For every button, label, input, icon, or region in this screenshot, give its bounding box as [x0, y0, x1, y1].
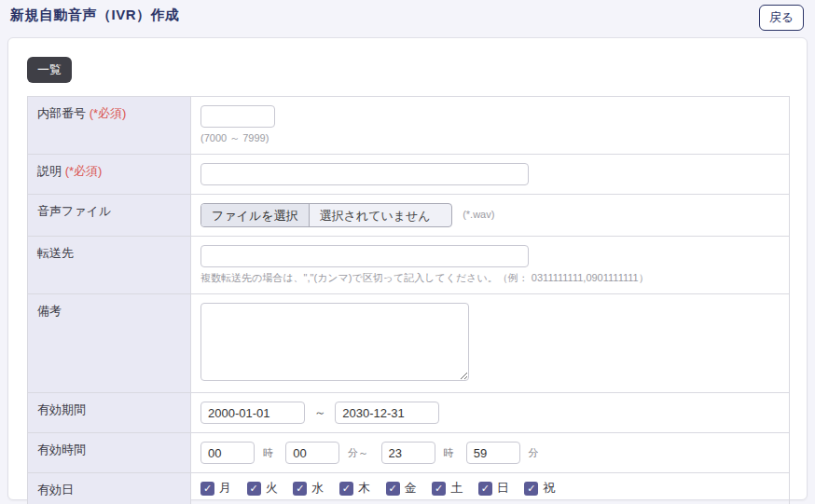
field-label-period: 有効期間 [28, 393, 191, 433]
checkbox-checked-icon: ✓ [386, 482, 400, 496]
time-to-hour-input[interactable] [381, 442, 435, 464]
day-checkbox-thu[interactable]: ✓ 木 [339, 480, 370, 497]
day-label: 土 [450, 480, 463, 497]
extension-hint: (7000 ～ 7999) [200, 131, 780, 145]
form-row-extension: 内部番号 (*必須) (7000 ～ 7999) [28, 97, 790, 155]
day-label: 月 [219, 480, 231, 497]
day-label: 木 [358, 480, 370, 497]
period-from-input[interactable] [200, 402, 305, 424]
period-to-input[interactable] [335, 402, 439, 424]
day-checkbox-fri[interactable]: ✓ 金 [386, 480, 417, 497]
field-value-days: ✓ 月 ✓ 火 ✓ 水 ✓ 木 ✓ 金 [191, 473, 790, 504]
field-value-period: ～ [191, 393, 790, 433]
required-mark: (*必須) [65, 164, 103, 178]
back-button[interactable]: 戻る [759, 5, 804, 31]
field-label-text: 有効期間 [37, 402, 86, 416]
field-label-text: 音声ファイル [37, 204, 111, 218]
field-label-extension: 内部番号 (*必須) [28, 97, 191, 155]
field-label-description: 説明 (*必須) [28, 155, 191, 195]
form-row-forward-to: 転送先 複数転送先の場合は、","(カンマ)で区切って記入してください。（例： … [28, 237, 790, 294]
required-mark: (*必須) [90, 106, 127, 120]
field-label-text: 有効時間 [37, 443, 86, 456]
audio-file-hint: (*.wav) [463, 209, 494, 220]
field-value-note [191, 294, 790, 393]
field-value-audio-file: ファイルを選択 選択されていません (*.wav) [191, 195, 790, 237]
form-row-note: 備考 [28, 294, 790, 393]
form-row-audio-file: 音声ファイル ファイルを選択 選択されていません (*.wav) [28, 195, 790, 237]
form-row-period: 有効期間 ～ [28, 393, 790, 433]
day-label: 金 [405, 480, 417, 497]
checkbox-checked-icon: ✓ [339, 482, 353, 496]
hour-unit-label: 時 [263, 447, 273, 458]
day-checkbox-tue[interactable]: ✓ 火 [247, 480, 278, 497]
ivr-form-table: 内部番号 (*必須) (7000 ～ 7999) 説明 (*必須) 音声ファイル [27, 96, 790, 504]
day-label: 祝 [543, 480, 555, 497]
field-value-extension: (7000 ～ 7999) [191, 97, 790, 155]
day-checkbox-wed[interactable]: ✓ 水 [293, 480, 324, 497]
day-label: 日 [497, 480, 509, 497]
field-label-text: 備考 [37, 304, 62, 318]
day-label: 火 [266, 480, 278, 497]
field-label-text: 説明 [37, 164, 62, 178]
day-checkbox-holiday[interactable]: ✓ 祝 [524, 480, 555, 497]
note-textarea[interactable] [200, 303, 469, 381]
field-label-note: 備考 [28, 294, 191, 393]
field-label-text: 内部番号 [37, 106, 86, 120]
forward-to-hint: 複数転送先の場合は、","(カンマ)で区切って記入してください。（例： 0311… [200, 271, 780, 285]
time-to-min-input[interactable] [466, 442, 520, 464]
field-label-text: 有効日 [37, 483, 74, 497]
file-status-text: 選択されていません [310, 204, 451, 226]
minute-unit-label: 分 [528, 447, 538, 458]
form-row-time: 有効時間 時 分～ 時 分 [28, 433, 790, 473]
time-from-min-input[interactable] [285, 442, 339, 464]
field-label-audio-file: 音声ファイル [28, 195, 191, 237]
extension-input[interactable] [200, 105, 275, 128]
file-input[interactable]: ファイルを選択 選択されていません [200, 203, 452, 227]
checkbox-checked-icon: ✓ [200, 482, 214, 496]
day-checkbox-sat[interactable]: ✓ 土 [432, 480, 463, 497]
day-checkbox-sun[interactable]: ✓ 日 [478, 480, 509, 497]
time-from-hour-input[interactable] [200, 442, 255, 464]
field-value-description [191, 155, 790, 195]
form-row-description: 説明 (*必須) [28, 155, 790, 195]
field-label-time: 有効時間 [28, 433, 191, 473]
checkbox-checked-icon: ✓ [293, 482, 307, 496]
checkbox-checked-icon: ✓ [524, 482, 538, 496]
checkbox-checked-icon: ✓ [432, 482, 446, 496]
minute-separator-label: 分～ [348, 447, 368, 458]
list-button[interactable]: 一覧 [27, 57, 72, 83]
field-value-time: 時 分～ 時 分 [191, 433, 790, 473]
form-row-days: 有効日 ✓ 月 ✓ 火 ✓ 水 ✓ 木 [28, 473, 790, 504]
field-label-days: 有効日 [28, 473, 191, 504]
checkbox-checked-icon: ✓ [478, 482, 492, 496]
period-separator: ～ [314, 405, 326, 419]
field-label-forward-to: 転送先 [28, 237, 191, 294]
day-label: 水 [311, 480, 324, 497]
field-label-text: 転送先 [37, 246, 74, 260]
hour-unit-label: 時 [443, 447, 453, 458]
field-value-forward-to: 複数転送先の場合は、","(カンマ)で区切って記入してください。（例： 0311… [191, 237, 790, 294]
description-input[interactable] [200, 163, 529, 185]
day-checkbox-mon[interactable]: ✓ 月 [200, 480, 231, 497]
forward-to-input[interactable] [200, 245, 529, 267]
page-title: 新規自動音声（IVR）作成 [10, 7, 180, 24]
checkbox-checked-icon: ✓ [247, 482, 261, 496]
form-card: 一覧 内部番号 (*必須) (7000 ～ 7999) 説明 (*必須) [7, 37, 808, 500]
file-choose-button[interactable]: ファイルを選択 [201, 204, 310, 226]
